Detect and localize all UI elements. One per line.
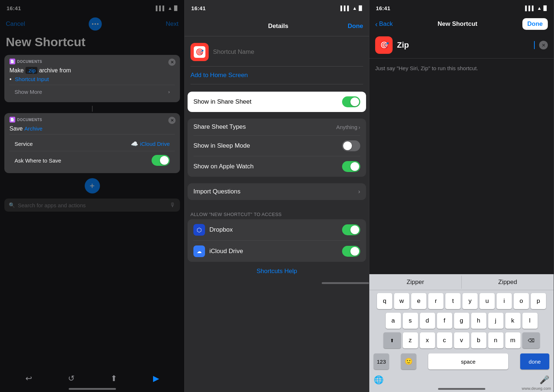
show-more-row[interactable]: Show More › (9, 85, 175, 99)
key-j[interactable]: j (488, 313, 503, 329)
show-in-sleep-mode-toggle[interactable] (342, 140, 360, 151)
status-icons-2: ▌▌▌ ▲ ▉ (340, 5, 362, 11)
key-l[interactable]: l (522, 313, 538, 329)
shortcut-edit-symbol: 🎯 (379, 40, 389, 50)
key-m[interactable]: m (505, 332, 521, 348)
search-input[interactable]: Search for apps and actions (18, 202, 167, 208)
shortcut-name-input[interactable] (213, 48, 363, 56)
archive-link[interactable]: Archive (24, 125, 43, 132)
mic-kb-icon[interactable]: 🎤 (539, 375, 549, 385)
nav-bar-3: ‹ Back New Shortcut Done (369, 16, 554, 32)
key-p[interactable]: p (531, 293, 546, 309)
autocorrect-word-1[interactable]: Zipper (369, 276, 462, 289)
key-w[interactable]: w (394, 293, 409, 309)
key-i[interactable]: i (497, 293, 512, 309)
key-h[interactable]: h (471, 313, 486, 329)
globe-icon[interactable]: 🌐 (374, 375, 384, 385)
ask-where-toggle[interactable] (152, 155, 170, 166)
shortcut-edit-icon[interactable]: 🎯 (375, 36, 393, 54)
key-f[interactable]: f (437, 313, 452, 329)
back-button[interactable]: ‹ Back (375, 20, 393, 28)
key-shift[interactable]: ⬆ (384, 332, 401, 348)
undo-icon[interactable]: ↩ (25, 374, 32, 383)
card1-label: 📄 DOCUMENTS (9, 59, 175, 64)
add-action-button[interactable]: + (85, 178, 100, 193)
keyboard-rows: q w e r t y u i o p a s d f g h j k (369, 290, 554, 374)
home-indicator-2 (322, 282, 369, 284)
chevron-import-icon: › (358, 188, 360, 195)
show-in-share-sheet-toggle[interactable] (342, 96, 360, 107)
key-s[interactable]: s (403, 313, 418, 329)
details-nav: Details Done (185, 16, 369, 36)
battery-icon-3: ▉ (543, 5, 547, 11)
shortcut-input-link[interactable]: Shortcut Input (15, 76, 49, 82)
import-questions-row[interactable]: Import Questions › (188, 183, 366, 200)
key-c[interactable]: c (437, 332, 452, 348)
key-k[interactable]: k (505, 313, 521, 329)
key-delete[interactable]: ⌫ (522, 332, 540, 348)
key-g[interactable]: g (454, 313, 469, 329)
mic-icon[interactable]: 🎙 (170, 202, 176, 208)
key-o[interactable]: o (514, 293, 529, 309)
share-sheet-types-value: Anything › (336, 124, 360, 130)
shortcut-edit-row: 🎯 Zip ✕ (369, 32, 554, 59)
icloud-icon-symbol: ☁ (197, 248, 202, 254)
key-y[interactable]: y (462, 293, 478, 309)
key-123[interactable]: 123 (374, 353, 389, 369)
shortcut-name-text[interactable]: Zip (397, 40, 534, 50)
more-options-button[interactable] (89, 17, 102, 31)
share-icon[interactable]: ⬆ (111, 374, 117, 383)
add-to-home-button[interactable]: Add to Home Screen (185, 67, 369, 84)
done-nav-button[interactable]: Done (522, 18, 548, 30)
show-in-sleep-mode-label: Show in Sleep Mode (193, 142, 250, 149)
ask-row: Ask Where to Save (9, 151, 175, 169)
key-x[interactable]: x (420, 332, 435, 348)
key-row-2: a s d f g h j k l (371, 313, 552, 329)
key-done[interactable]: done (520, 353, 549, 369)
home-indicator-3 (438, 388, 485, 390)
key-space[interactable]: space (428, 353, 508, 369)
key-z[interactable]: z (403, 332, 418, 348)
spacer-2 (185, 116, 369, 119)
icloud-drive-link[interactable]: ☁️ iCloud Drive (131, 140, 170, 147)
key-n[interactable]: n (488, 332, 503, 348)
card-separator (92, 106, 93, 112)
redo-icon[interactable]: ↺ (68, 374, 75, 383)
key-e[interactable]: e (411, 293, 426, 309)
card1-text: Make .zip archive from (9, 67, 175, 74)
shortcuts-help-link[interactable]: Shortcuts Help (185, 262, 369, 281)
dropbox-toggle[interactable] (342, 224, 360, 235)
close-card1-button[interactable]: ✕ (168, 59, 176, 66)
show-in-share-sheet-row: Show in Share Sheet (188, 92, 366, 112)
cancel-button[interactable]: Cancel (6, 20, 25, 28)
shortcut-icon-wrap[interactable]: 🎯 (190, 43, 209, 61)
autocorrect-word-2[interactable]: Zipped (462, 276, 554, 289)
key-v[interactable]: v (454, 332, 469, 348)
key-r[interactable]: r (428, 293, 443, 309)
icloud-drive-toggle[interactable] (342, 246, 360, 257)
details-done-button[interactable]: Done (348, 23, 364, 30)
close-card2-button[interactable]: ✕ (168, 117, 176, 124)
next-button[interactable]: Next (166, 20, 178, 28)
share-sheet-section: Show in Share Sheet (188, 92, 366, 112)
key-t[interactable]: t (445, 293, 461, 309)
show-on-apple-watch-toggle[interactable] (342, 161, 360, 172)
bottom-toolbar: ↩ ↺ ⬆ ▶ (0, 374, 184, 383)
play-icon[interactable]: ▶ (153, 374, 159, 383)
icloud-icon: ☁️ (131, 140, 138, 147)
save-text: Save (9, 125, 23, 132)
zip-badge: .zip (25, 67, 37, 74)
search-bar[interactable]: 🔍 Search for apps and actions 🎙 (4, 199, 180, 212)
icloud-row-left: ☁ iCloud Drive (193, 245, 243, 257)
key-a[interactable]: a (386, 313, 401, 329)
key-emoji[interactable]: 🙂 (401, 353, 416, 369)
signal-icon-3: ▌▌▌ (525, 5, 535, 11)
chevron-icon-types: › (358, 124, 360, 130)
key-u[interactable]: u (479, 293, 495, 309)
key-q[interactable]: q (377, 293, 392, 309)
shortcut-name-row: 🎯 (185, 36, 369, 66)
key-d[interactable]: d (420, 313, 435, 329)
key-b[interactable]: b (471, 332, 486, 348)
access-header: ALLOW "NEW SHORTCUT" TO ACCESS (185, 207, 369, 219)
clear-text-button[interactable]: ✕ (539, 41, 548, 49)
